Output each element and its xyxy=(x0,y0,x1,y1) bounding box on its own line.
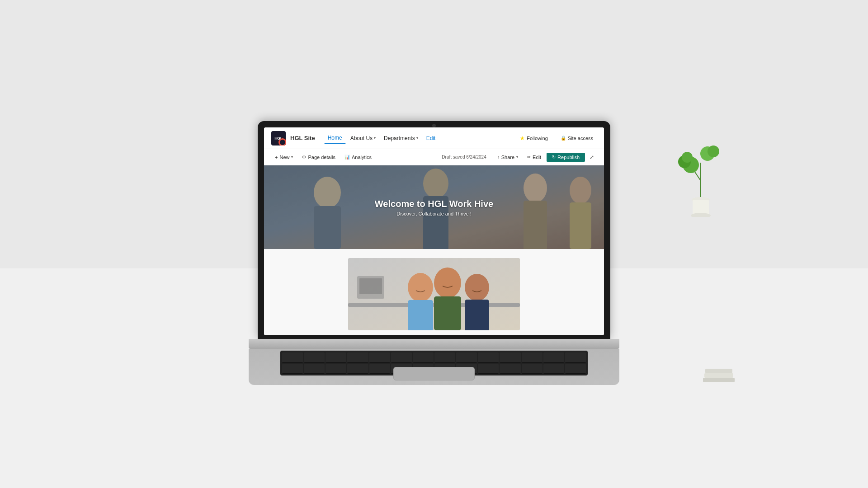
departments-chevron-icon: ▾ xyxy=(416,136,418,140)
key xyxy=(478,352,499,363)
sharepoint-ui: HGL HGL Site Home About Us ▾ xyxy=(264,127,604,335)
key xyxy=(326,364,346,374)
keyboard-deck xyxy=(249,349,619,385)
following-button[interactable]: ★ Following xyxy=(516,133,551,143)
nav-links: Home About Us ▾ Departments ▾ Edit xyxy=(324,133,517,144)
nav-departments[interactable]: Departments ▾ xyxy=(380,133,422,143)
nav-home[interactable]: Home xyxy=(324,133,346,144)
svg-rect-32 xyxy=(705,369,732,373)
keyboard-base xyxy=(249,339,619,349)
republish-icon: ↻ xyxy=(552,155,556,160)
key xyxy=(434,352,455,363)
svg-rect-17 xyxy=(434,296,461,330)
key xyxy=(413,352,434,363)
key xyxy=(304,364,325,374)
trackpad xyxy=(393,367,475,380)
share-button[interactable]: ↑ Share ▾ xyxy=(494,153,522,161)
key xyxy=(565,352,586,363)
key xyxy=(304,352,325,363)
laptop: HGL HGL Site Home About Us ▾ xyxy=(258,121,610,385)
key xyxy=(326,352,346,363)
star-icon: ★ xyxy=(520,135,525,141)
key xyxy=(347,352,368,363)
republish-button[interactable]: ↻ Republish xyxy=(547,153,585,162)
new-button[interactable]: + New ▾ xyxy=(271,153,297,161)
key xyxy=(522,364,542,374)
svg-rect-30 xyxy=(703,378,735,382)
svg-point-16 xyxy=(434,267,461,298)
content-area xyxy=(264,249,604,335)
key xyxy=(347,364,368,374)
key xyxy=(500,352,520,363)
nav-about-us[interactable]: About Us ▾ xyxy=(347,133,379,143)
key xyxy=(369,352,390,363)
content-image xyxy=(348,258,520,330)
nav-edit[interactable]: Edit xyxy=(423,133,439,143)
svg-point-26 xyxy=(708,145,719,157)
svg-rect-31 xyxy=(704,373,733,378)
expand-button[interactable]: ⤢ xyxy=(587,153,597,162)
top-nav-bar: HGL HGL Site Home About Us ▾ xyxy=(264,127,604,149)
page-details-button[interactable]: ⚙ Page details xyxy=(298,153,339,161)
nav-right-actions: ★ Following 🔒 Site access xyxy=(516,133,597,143)
analytics-icon: 📊 xyxy=(344,155,350,160)
analytics-button[interactable]: 📊 Analytics xyxy=(341,153,375,161)
key xyxy=(543,364,564,374)
site-logo: HGL xyxy=(271,131,286,145)
logo-arc xyxy=(278,138,286,145)
svg-rect-19 xyxy=(465,300,489,330)
site-access-button[interactable]: 🔒 Site access xyxy=(557,134,597,143)
hero-subtitle: Discover, Collaborate and Thrive ! xyxy=(375,211,493,216)
details-icon: ⚙ xyxy=(302,155,306,160)
key xyxy=(478,364,499,374)
share-icon: ↑ xyxy=(497,155,500,160)
about-us-chevron-icon: ▾ xyxy=(374,136,376,140)
key xyxy=(565,364,586,374)
key xyxy=(282,352,303,363)
key xyxy=(543,352,564,363)
expand-icon: ⤢ xyxy=(590,154,594,160)
toolbar: + New ▾ ⚙ Page details 📊 Analytics Draft… xyxy=(264,149,604,165)
svg-point-18 xyxy=(465,274,489,301)
share-chevron-icon: ▾ xyxy=(516,155,518,159)
plant-decoration xyxy=(678,127,723,219)
new-chevron-icon: ▾ xyxy=(291,155,293,159)
books-decoration xyxy=(701,369,737,389)
plus-icon: + xyxy=(275,155,278,160)
key xyxy=(282,364,303,374)
key xyxy=(456,352,477,363)
svg-point-14 xyxy=(408,273,433,302)
hero-title: Welcome to HGL Work Hive xyxy=(375,198,493,209)
edit-pencil-icon: ✏ xyxy=(527,155,531,160)
draft-saved-status: Draft saved 6/24/2024 xyxy=(442,155,486,160)
key xyxy=(522,352,542,363)
lock-icon: 🔒 xyxy=(561,136,566,141)
svg-rect-13 xyxy=(359,278,382,294)
edit-button[interactable]: ✏ Edit xyxy=(524,153,545,161)
screen: HGL HGL Site Home About Us ▾ xyxy=(264,127,604,335)
svg-rect-15 xyxy=(408,300,433,330)
hero-text: Welcome to HGL Work Hive Discover, Colla… xyxy=(375,198,493,216)
site-title: HGL Site xyxy=(290,135,315,141)
hero-banner: Welcome to HGL Work Hive Discover, Colla… xyxy=(264,165,604,249)
svg-point-24 xyxy=(682,152,693,163)
key xyxy=(391,352,412,363)
key xyxy=(500,364,520,374)
screen-bezel: HGL HGL Site Home About Us ▾ xyxy=(258,121,610,339)
key xyxy=(369,364,390,374)
